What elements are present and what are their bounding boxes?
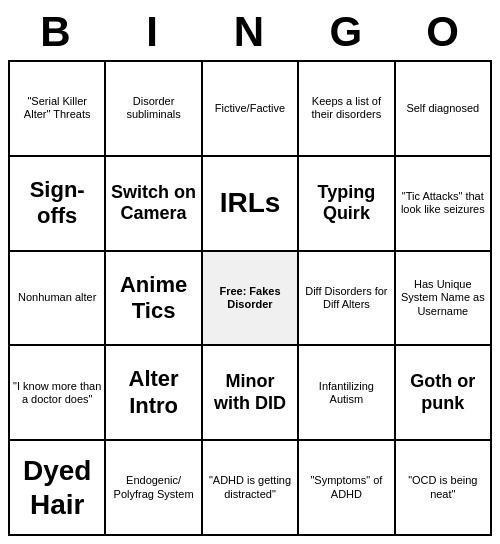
cell-text-17: Minor with DID [206,371,294,414]
bingo-cell-15: "I know more than a doctor does" [10,346,106,441]
bingo-cell-3: Keeps a list of their disorders [299,62,395,157]
bingo-cell-23: "Symptoms" of ADHD [299,441,395,536]
bingo-cell-17: Minor with DID [203,346,299,441]
bingo-cell-6: Switch on Camera [106,157,202,252]
bingo-cell-9: "Tic Attacks" that look like seizures [396,157,492,252]
cell-text-21: Endogenic/ Polyfrag System [109,474,197,500]
bingo-cell-2: Fictive/Factive [203,62,299,157]
cell-text-19: Goth or punk [399,371,487,414]
bingo-cell-22: "ADHD is getting distracted" [203,441,299,536]
bingo-cell-16: Alter Intro [106,346,202,441]
bingo-cell-12: Free: Fakes Disorder [203,252,299,347]
title-o: O [395,8,492,56]
cell-text-8: Typing Quirk [302,182,390,225]
bingo-cell-20: Dyed Hair [10,441,106,536]
cell-text-13: Diff Disorders for Diff Alters [302,285,390,311]
cell-text-23: "Symptoms" of ADHD [302,474,390,500]
bingo-cell-5: Sign-offs [10,157,106,252]
title-g: G [298,8,395,56]
bingo-cell-18: Infantilizing Autism [299,346,395,441]
cell-text-1: Disorder subliminals [109,95,197,121]
bingo-cell-0: "Serial Killer Alter" Threats [10,62,106,157]
cell-text-22: "ADHD is getting distracted" [206,474,294,500]
cell-text-9: "Tic Attacks" that look like seizures [399,190,487,216]
cell-text-10: Nonhuman alter [18,291,96,304]
bingo-cell-21: Endogenic/ Polyfrag System [106,441,202,536]
title-n: N [202,8,299,56]
cell-text-0: "Serial Killer Alter" Threats [13,95,101,121]
cell-text-12: Free: Fakes Disorder [206,285,294,311]
bingo-grid: "Serial Killer Alter" ThreatsDisorder su… [8,60,492,536]
cell-text-3: Keeps a list of their disorders [302,95,390,121]
cell-text-7: IRLs [220,186,281,220]
cell-text-6: Switch on Camera [109,182,197,225]
bingo-title: B I N G O [8,8,492,56]
bingo-cell-14: Has Unique System Name as Username [396,252,492,347]
bingo-cell-8: Typing Quirk [299,157,395,252]
bingo-cell-11: Anime Tics [106,252,202,347]
bingo-cell-19: Goth or punk [396,346,492,441]
cell-text-11: Anime Tics [109,272,197,325]
cell-text-5: Sign-offs [13,177,101,230]
cell-text-16: Alter Intro [109,366,197,419]
bingo-cell-10: Nonhuman alter [10,252,106,347]
cell-text-14: Has Unique System Name as Username [399,278,487,318]
cell-text-2: Fictive/Factive [215,102,285,115]
bingo-cell-13: Diff Disorders for Diff Alters [299,252,395,347]
cell-text-15: "I know more than a doctor does" [13,380,101,406]
bingo-cell-1: Disorder subliminals [106,62,202,157]
bingo-cell-24: "OCD is being neat" [396,441,492,536]
title-i: I [105,8,202,56]
bingo-cell-7: IRLs [203,157,299,252]
cell-text-18: Infantilizing Autism [302,380,390,406]
bingo-cell-4: Self diagnosed [396,62,492,157]
cell-text-4: Self diagnosed [406,102,479,115]
cell-text-20: Dyed Hair [13,454,101,521]
title-b: B [8,8,105,56]
cell-text-24: "OCD is being neat" [399,474,487,500]
